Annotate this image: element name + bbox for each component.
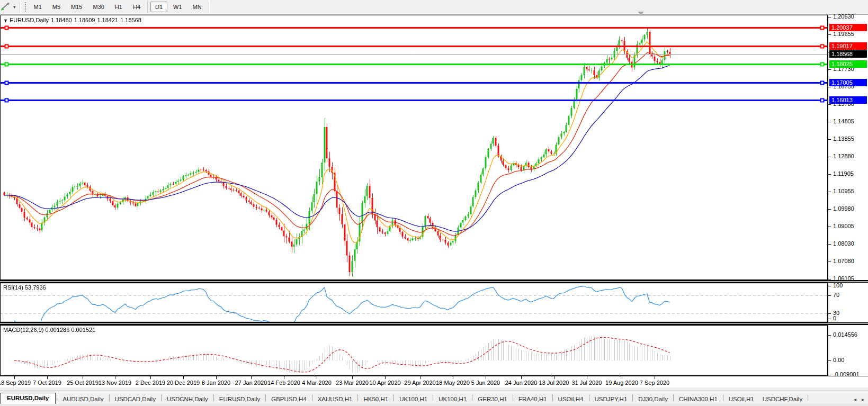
chart-title-symbol: EURUSD,Daily [10, 17, 49, 23]
toolbar-separator [209, 2, 210, 12]
price-tick-label: 1.06105 [833, 275, 854, 282]
price-tick [828, 104, 831, 105]
time-tick [150, 376, 151, 379]
tab-separator [161, 394, 162, 401]
timeframe-button-m5[interactable]: M5 [48, 2, 65, 12]
price-tick-label: 1.07080 [833, 258, 854, 265]
toolbar-drag-grip[interactable] [24, 2, 26, 12]
macd-panel: MACD(12,26,9) 0.001286 0.001521 0.014556… [0, 325, 868, 376]
chart-tab-eurusd-daily[interactable]: EURUSD,Daily [0, 393, 56, 404]
price-tick [828, 244, 831, 245]
price-tick [828, 227, 831, 227]
rsi-canvas[interactable] [0, 283, 828, 322]
current-price-flag: 1.18568 [829, 50, 867, 58]
price-tick-label: 1.13855 [833, 136, 854, 142]
crosshair-tool-icon[interactable] [1, 2, 11, 12]
macd-tick [828, 335, 831, 336]
hline-price-flag: 1.18025 [829, 60, 867, 68]
chart-title-caret-icon[interactable]: ▼ [3, 18, 8, 23]
tab-separator [472, 394, 472, 401]
toolbar-separator [147, 2, 148, 12]
price-tick-label: 1.09005 [833, 223, 854, 230]
price-tick-label: 1.12880 [833, 153, 854, 160]
chart-tab-gbpusd-h4[interactable]: GBPUSD,H4 [267, 394, 310, 404]
hline-price-flag: 1.16013 [829, 96, 867, 104]
window-bottom-edge [0, 404, 868, 406]
rsi-tick [828, 313, 831, 314]
timeframe-button-h1[interactable]: H1 [110, 2, 127, 12]
tab-scroll-right-icon[interactable]: ▸ [859, 396, 867, 402]
hline-price-flag: 1.19017 [829, 42, 867, 50]
chart-tab-uk100-h1[interactable]: UK100,H1 [395, 394, 432, 404]
hline-price-flag: 1.20037 [829, 24, 867, 31]
chart-tab-fra40-h1[interactable]: FRA40,H1 [514, 394, 551, 404]
price-axis[interactable]: 1.206301.196551.186801.177301.167551.157… [828, 15, 868, 280]
chart-tab-uk100-h1[interactable]: UK100,H1 [434, 394, 471, 404]
time-axis[interactable]: 18 Sep 20197 Oct 201925 Oct 201913 Nov 2… [0, 376, 868, 387]
price-tick [828, 69, 831, 70]
macd-axis[interactable]: 0.0145560.00-0.009001 [828, 325, 868, 376]
tab-separator [312, 394, 312, 401]
price-tick-label: 1.14805 [833, 118, 854, 125]
timeframe-button-mn[interactable]: MN [188, 2, 207, 12]
toolbar-separator [20, 2, 21, 12]
time-tick [216, 376, 217, 379]
rsi-panel: RSI(14) 53.7936 10070300 [0, 283, 868, 322]
timeframe-button-m15[interactable]: M15 [66, 2, 87, 12]
timeframe-button-m30[interactable]: M30 [88, 2, 109, 12]
chart-tab-usoil-h4[interactable]: USOil,H4 [554, 394, 588, 404]
rsi-tick [828, 286, 831, 286]
chart-tab-audusd-daily[interactable]: AUDUSD,Daily [58, 394, 108, 404]
chart-tab-ger30-h1[interactable]: GER30,H1 [473, 394, 512, 404]
tab-separator [808, 394, 808, 401]
price-tick [828, 139, 831, 140]
main-chart-panel: ▼EURUSD,Daily1.184801.186091.184211.1856… [0, 15, 868, 280]
price-tick [828, 157, 831, 157]
chart-tab-bar: EURUSD,DailyAUDUSD,DailyUSDCAD,DailyUSDC… [0, 390, 868, 404]
rsi-axis[interactable]: 10070300 [828, 283, 868, 322]
chart-title-close: 1.18568 [120, 17, 141, 23]
time-tick [587, 376, 587, 379]
timeframe-button-w1[interactable]: W1 [168, 2, 187, 12]
price-tick [828, 192, 831, 192]
price-tick-label: 1.19655 [833, 31, 854, 38]
price-tick [828, 122, 831, 122]
price-tick [828, 174, 831, 175]
time-tick [385, 376, 386, 379]
price-chart-canvas[interactable] [0, 15, 828, 280]
chart-tab-dj30-daily[interactable]: DJ30,Daily [634, 394, 672, 404]
macd-canvas[interactable] [0, 325, 828, 376]
time-tick [251, 376, 252, 379]
timeframe-button-group: M1M5M15M30H1H4D1W1MN [29, 2, 211, 12]
time-tick [486, 376, 486, 379]
chart-tab-xauusd-h1[interactable]: XAUUSD,H1 [314, 394, 357, 404]
price-tick [828, 279, 831, 279]
macd-tick [828, 360, 831, 361]
timeframe-button-d1[interactable]: D1 [150, 2, 167, 12]
rsi-label: RSI(14) 53.7936 [3, 284, 46, 291]
tab-separator [109, 394, 110, 401]
price-tick-label: 1.11905 [833, 170, 854, 177]
rsi-tick [828, 295, 831, 296]
chart-tab-china300-h1[interactable]: CHINA300,H1 [675, 394, 722, 404]
chart-title-low: 1.18421 [97, 17, 118, 23]
toolbar-dropdown-caret-icon[interactable]: ▾ [11, 4, 18, 10]
timeframe-button-m1[interactable]: M1 [29, 2, 47, 12]
macd-tick-label: -0.009001 [833, 371, 860, 378]
chart-tab-eurusd-daily[interactable]: EURUSD,Daily [215, 394, 264, 404]
macd-label: MACD(12,26,9) 0.001286 0.001521 [3, 327, 95, 333]
tab-separator [552, 394, 553, 401]
chart-tab-usdjpy-h1[interactable]: USDJPY,H1 [590, 394, 632, 404]
time-tick [521, 376, 522, 379]
timeframe-button-h4[interactable]: H4 [128, 2, 145, 12]
price-tick-label: 1.20630 [833, 13, 854, 20]
price-tick [828, 261, 831, 262]
chart-tab-hk50-h1[interactable]: HK50,H1 [359, 394, 392, 404]
chart-tab-usdchf-daily[interactable]: USDCHF,Daily [758, 394, 807, 404]
chart-title-open: 1.18480 [51, 17, 72, 23]
tab-separator [393, 394, 394, 401]
chart-tab-usdcad-daily[interactable]: USDCAD,Daily [111, 394, 160, 404]
tab-scroll-left-icon[interactable]: ◂ [851, 396, 859, 402]
chart-tab-usdcnh-daily[interactable]: USDCNH,Daily [163, 394, 212, 404]
chart-tab-usoil-h1[interactable]: USOil,H1 [724, 394, 758, 404]
